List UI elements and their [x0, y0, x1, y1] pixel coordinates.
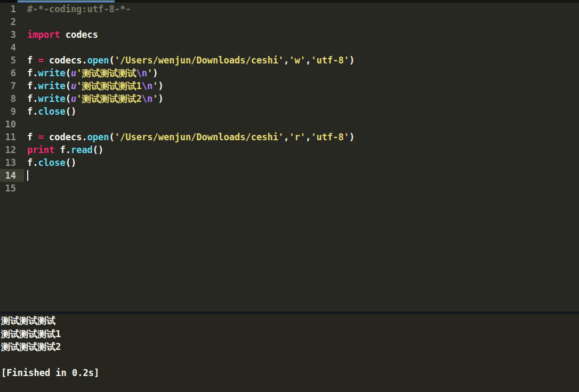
line-number: 11: [0, 131, 24, 143]
code-text: [27, 169, 28, 182]
code-line[interactable]: 5f = codecs.open('/Users/wenjun/Download…: [0, 54, 579, 67]
token-string: ': [152, 81, 158, 91]
token-string: '测试测试测试2: [76, 93, 141, 104]
code-line[interactable]: 12print f.read(): [0, 143, 579, 156]
token-string: '/Users/wenjun/Downloads/ceshi': [115, 132, 284, 142]
token-plain: f.: [27, 68, 38, 78]
line-number: 6: [0, 67, 24, 79]
token-func: write: [38, 68, 65, 78]
token-prefix: u: [71, 81, 76, 91]
console-output-line: 测试测试测试: [1, 314, 579, 327]
line-number: 8: [0, 92, 24, 105]
token-escape: \n: [136, 68, 147, 78]
token-plain: codecs.: [44, 55, 87, 66]
token-func: write: [38, 93, 65, 104]
code-text: f.write(u'测试测试测试\n'): [27, 67, 158, 79]
code-line[interactable]: 9f.close(): [0, 105, 579, 118]
code-text: f.close(): [27, 156, 76, 169]
token-prefix: u: [71, 93, 76, 104]
token-escape: \n: [142, 93, 152, 104]
code-text: f.write(u'测试测试测试2\n'): [27, 92, 164, 105]
token-plain: (): [66, 106, 76, 117]
token-string: 'w': [289, 55, 305, 66]
token-func: close: [38, 157, 65, 168]
token-string: '测试测试测试1: [76, 81, 141, 91]
token-plain: (: [66, 93, 71, 104]
token-keyword: print: [27, 145, 54, 155]
token-plain: f.: [27, 93, 38, 104]
token-plain: f: [27, 55, 38, 66]
line-number: 10: [0, 118, 24, 131]
token-plain: codecs.: [44, 132, 87, 142]
code-text: import codecs: [27, 28, 98, 41]
code-text: f.write(u'测试测试测试1\n'): [27, 79, 164, 92]
token-plain: (: [66, 68, 71, 78]
token-prefix: u: [71, 68, 76, 78]
line-number: 4: [0, 41, 24, 54]
token-keyword: import: [27, 29, 60, 40]
token-string: 'r': [289, 132, 305, 142]
line-number: 2: [0, 15, 24, 28]
line-number: 1: [0, 3, 24, 15]
line-number: 12: [0, 143, 24, 156]
token-func: close: [38, 106, 65, 117]
token-plain: codecs: [60, 29, 98, 40]
token-plain: ): [158, 93, 163, 104]
code-line[interactable]: 7f.write(u'测试测试测试1\n'): [0, 79, 579, 92]
code-line[interactable]: 3import codecs: [0, 28, 579, 41]
token-plain: ): [349, 132, 355, 142]
token-plain: ): [158, 81, 163, 91]
token-escape: \n: [142, 81, 152, 91]
code-line[interactable]: 14: [0, 169, 579, 182]
token-plain: ,: [305, 132, 311, 142]
token-string: '/Users/wenjun/Downloads/ceshi': [115, 55, 284, 66]
code-line[interactable]: 2: [0, 15, 579, 28]
console-output-line: [1, 354, 579, 367]
token-func: open: [87, 55, 109, 66]
code-line[interactable]: 1#-*-coding:utf-8-*-: [0, 3, 579, 15]
token-plain: (): [66, 157, 76, 168]
console-output-line: 测试测试测试1: [1, 327, 579, 341]
token-plain: ,: [284, 132, 289, 142]
line-number: 3: [0, 28, 24, 41]
token-string: 'utf-8': [311, 132, 349, 142]
token-plain: ): [349, 55, 355, 66]
line-number: 15: [0, 182, 24, 195]
editor-window: 1#-*-coding:utf-8-*-23import codecs45f =…: [0, 0, 579, 392]
code-line[interactable]: 15: [0, 182, 579, 195]
line-number: 14: [0, 169, 24, 182]
code-text: f = codecs.open('/Users/wenjun/Downloads…: [27, 131, 355, 143]
code-text: f = codecs.open('/Users/wenjun/Downloads…: [27, 54, 355, 67]
token-plain: f.: [54, 145, 71, 155]
console-output-line: 测试测试测试2: [1, 340, 579, 354]
token-func: write: [38, 81, 65, 91]
token-plain: ): [152, 68, 158, 78]
token-plain: f: [27, 132, 38, 142]
build-output-panel[interactable]: 测试测试测试测试测试测试1测试测试测试2[Finished in 0.2s]: [0, 314, 579, 392]
token-plain: (: [109, 132, 115, 142]
line-number: 13: [0, 156, 24, 169]
token-keyword: =: [38, 55, 43, 66]
token-comment: #-*-coding:utf-8-*-: [27, 4, 131, 14]
token-plain: (): [93, 145, 103, 155]
token-plain: (: [66, 81, 71, 91]
token-string: ': [147, 68, 152, 78]
token-string: 'utf-8': [311, 55, 349, 66]
token-string: ': [152, 93, 158, 104]
code-text: f.close(): [27, 105, 76, 118]
line-number: 9: [0, 105, 24, 118]
code-line[interactable]: 6f.write(u'测试测试测试\n'): [0, 67, 579, 79]
token-plain: ,: [284, 55, 289, 66]
code-text: print f.read(): [27, 143, 103, 156]
token-keyword: =: [38, 132, 43, 142]
token-func: read: [71, 145, 93, 155]
token-plain: f.: [27, 157, 38, 168]
code-line[interactable]: 4: [0, 41, 579, 54]
code-line[interactable]: 8f.write(u'测试测试测试2\n'): [0, 92, 579, 105]
line-number: 7: [0, 79, 24, 92]
code-text: #-*-coding:utf-8-*-: [27, 3, 131, 15]
code-line[interactable]: 13f.close(): [0, 156, 579, 169]
code-editor[interactable]: 1#-*-coding:utf-8-*-23import codecs45f =…: [0, 3, 579, 311]
code-line[interactable]: 11f = codecs.open('/Users/wenjun/Downloa…: [0, 131, 579, 143]
code-line[interactable]: 10: [0, 118, 579, 131]
